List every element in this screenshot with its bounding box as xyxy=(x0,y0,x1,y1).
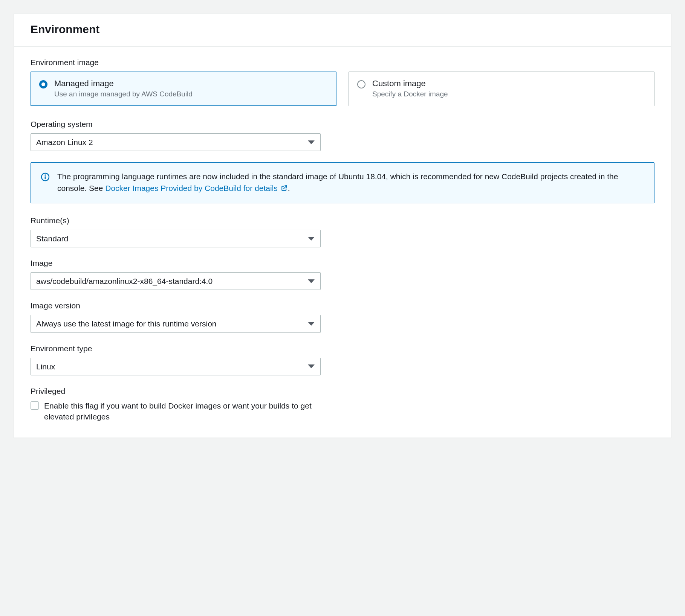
info-icon xyxy=(41,171,50,195)
image-group: Image aws/codebuild/amazonlinux2-x86_64-… xyxy=(31,259,654,290)
env-type-select[interactable]: Linux xyxy=(31,358,321,375)
runtime-select[interactable]: Standard xyxy=(31,230,321,247)
image-select-value: aws/codebuild/amazonlinux2-x86_64-standa… xyxy=(31,272,321,290)
env-image-label: Environment image xyxy=(31,58,654,67)
chevron-down-icon xyxy=(308,322,315,326)
image-version-select[interactable]: Always use the latest image for this run… xyxy=(31,315,321,332)
env-image-group: Environment image Managed image Use an i… xyxy=(31,58,654,106)
image-version-group: Image version Always use the latest imag… xyxy=(31,301,654,332)
env-type-group: Environment type Linux xyxy=(31,344,654,375)
radio-icon xyxy=(39,80,47,88)
privileged-checkbox[interactable] xyxy=(31,401,39,410)
chevron-down-icon xyxy=(308,279,315,283)
os-select[interactable]: Amazon Linux 2 xyxy=(31,133,321,151)
custom-image-desc: Specify a Docker image xyxy=(372,90,448,98)
svg-point-2 xyxy=(44,174,46,175)
managed-image-desc: Use an image managed by AWS CodeBuild xyxy=(54,90,193,98)
section-title: Environment xyxy=(31,23,654,36)
info-text: The programming language runtimes are no… xyxy=(57,171,644,195)
chevron-down-icon xyxy=(308,364,315,368)
privileged-label: Privileged xyxy=(31,387,654,396)
os-select-value: Amazon Linux 2 xyxy=(31,133,321,151)
panel-header: Environment xyxy=(14,14,671,47)
external-link-icon xyxy=(281,183,288,195)
info-alert: The programming language runtimes are no… xyxy=(31,162,654,203)
runtime-group: Runtime(s) Standard xyxy=(31,216,654,247)
docker-images-link[interactable]: Docker Images Provided by CodeBuild for … xyxy=(105,184,287,192)
env-type-label: Environment type xyxy=(31,344,654,353)
managed-image-title: Managed image xyxy=(54,79,193,88)
image-version-label: Image version xyxy=(31,301,654,310)
os-label: Operating system xyxy=(31,120,654,129)
environment-panel: Environment Environment image Managed im… xyxy=(14,14,671,438)
custom-image-tile[interactable]: Custom image Specify a Docker image xyxy=(349,72,654,106)
image-label: Image xyxy=(31,259,654,268)
svg-rect-1 xyxy=(45,176,46,179)
chevron-down-icon xyxy=(308,237,315,241)
image-select[interactable]: aws/codebuild/amazonlinux2-x86_64-standa… xyxy=(31,272,321,290)
runtime-select-value: Standard xyxy=(31,230,321,247)
image-version-select-value: Always use the latest image for this run… xyxy=(31,315,321,332)
radio-icon xyxy=(357,80,365,88)
custom-image-title: Custom image xyxy=(372,79,448,88)
managed-image-tile[interactable]: Managed image Use an image managed by AW… xyxy=(31,72,336,106)
runtime-label: Runtime(s) xyxy=(31,216,654,225)
env-type-select-value: Linux xyxy=(31,358,321,375)
chevron-down-icon xyxy=(308,140,315,144)
os-group: Operating system Amazon Linux 2 xyxy=(31,120,654,151)
privileged-desc: Enable this flag if you want to build Do… xyxy=(44,400,330,422)
privileged-group: Privileged Enable this flag if you want … xyxy=(31,387,654,422)
info-text-post: . xyxy=(288,184,290,192)
